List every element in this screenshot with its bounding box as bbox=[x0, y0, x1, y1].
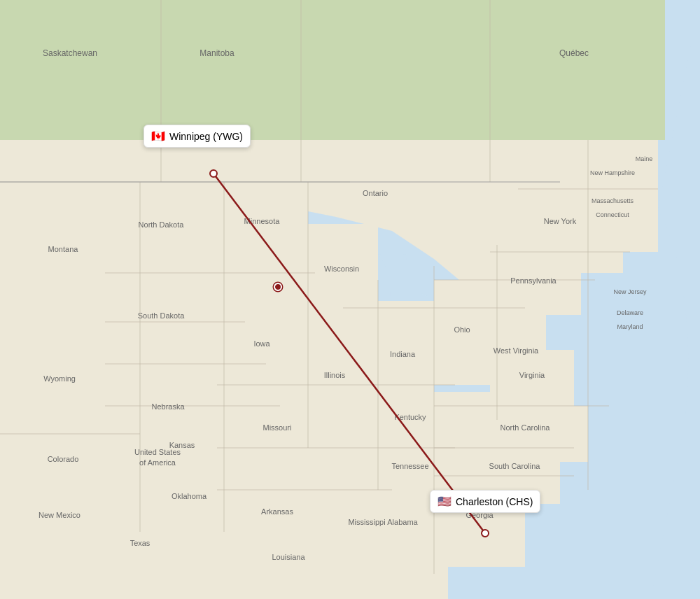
svg-text:Mississippi: Mississippi bbox=[348, 518, 385, 526]
svg-text:Maine: Maine bbox=[636, 155, 653, 162]
svg-text:Ohio: Ohio bbox=[454, 325, 470, 334]
svg-rect-24 bbox=[0, 462, 140, 599]
destination-city-label[interactable]: 🇺🇸 Charleston (CHS) bbox=[430, 490, 540, 513]
svg-text:Tennessee: Tennessee bbox=[391, 462, 428, 470]
svg-text:Connecticut: Connecticut bbox=[596, 211, 629, 218]
svg-text:Montana: Montana bbox=[48, 245, 79, 253]
us-flag-icon: 🇺🇸 bbox=[438, 495, 451, 508]
svg-text:West Virginia: West Virginia bbox=[493, 346, 539, 355]
svg-text:Maryland: Maryland bbox=[617, 323, 643, 330]
svg-text:Alabama: Alabama bbox=[387, 518, 418, 526]
svg-text:Ontario: Ontario bbox=[363, 189, 388, 197]
svg-rect-12 bbox=[161, 0, 301, 140]
svg-rect-11 bbox=[0, 0, 161, 140]
svg-text:United States: United States bbox=[134, 448, 181, 456]
svg-text:Pennsylvania: Pennsylvania bbox=[510, 276, 556, 285]
svg-text:North Dakota: North Dakota bbox=[139, 220, 185, 229]
svg-text:South Carolina: South Carolina bbox=[489, 462, 541, 470]
svg-text:Nebraska: Nebraska bbox=[151, 402, 185, 411]
svg-text:New Hampshire: New Hampshire bbox=[590, 169, 635, 176]
svg-text:Texas: Texas bbox=[130, 539, 150, 547]
svg-text:Oklahoma: Oklahoma bbox=[172, 492, 207, 500]
svg-text:Iowa: Iowa bbox=[253, 339, 270, 348]
destination-dot bbox=[481, 529, 489, 537]
svg-rect-25 bbox=[224, 182, 308, 308]
svg-text:Indiana: Indiana bbox=[390, 350, 416, 358]
svg-text:Québec: Québec bbox=[559, 48, 589, 58]
svg-text:Louisiana: Louisiana bbox=[272, 553, 305, 561]
svg-rect-38 bbox=[490, 350, 574, 413]
svg-rect-13 bbox=[301, 0, 511, 140]
svg-text:North Carolina: North Carolina bbox=[500, 423, 551, 432]
svg-text:Arkansas: Arkansas bbox=[261, 507, 293, 516]
canada-flag-icon: 🇨🇦 bbox=[151, 129, 165, 143]
svg-text:Wyoming: Wyoming bbox=[43, 374, 76, 383]
origin-city-name: Winnipeg (YWG) bbox=[169, 131, 243, 142]
svg-text:Illinois: Illinois bbox=[324, 371, 346, 379]
svg-text:Missouri: Missouri bbox=[263, 423, 292, 432]
svg-text:Massachusetts: Massachusetts bbox=[592, 197, 634, 204]
svg-text:New Jersey: New Jersey bbox=[613, 288, 647, 295]
svg-text:New Mexico: New Mexico bbox=[38, 511, 80, 519]
origin-city-label[interactable]: 🇨🇦 Winnipeg (YWG) bbox=[144, 125, 251, 148]
svg-text:of America: of America bbox=[139, 458, 176, 467]
svg-text:Virginia: Virginia bbox=[519, 371, 545, 379]
origin-dot bbox=[209, 169, 218, 178]
svg-text:New York: New York bbox=[544, 217, 577, 225]
map-container: Montana North Dakota South Dakota Wyomin… bbox=[0, 0, 700, 599]
svg-text:Wisconsin: Wisconsin bbox=[324, 265, 359, 273]
svg-text:Delaware: Delaware bbox=[617, 309, 643, 316]
svg-text:South Dakota: South Dakota bbox=[138, 311, 186, 320]
destination-city-name: Charleston (CHS) bbox=[456, 496, 533, 507]
waypoint-dot bbox=[274, 283, 282, 291]
svg-text:Colorado: Colorado bbox=[48, 455, 79, 463]
svg-text:Saskatchewan: Saskatchewan bbox=[43, 48, 97, 58]
svg-rect-14 bbox=[511, 0, 665, 140]
svg-text:Manitoba: Manitoba bbox=[200, 48, 234, 58]
